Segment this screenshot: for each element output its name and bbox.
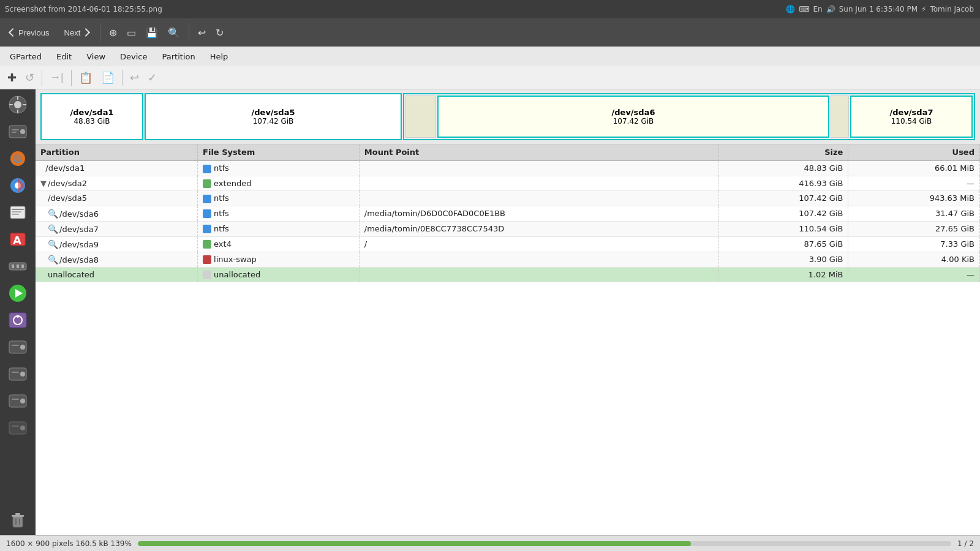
titlebar-text: Screenshot from 2014-06-01 18:25:55.png [5,5,162,13]
zoom-btn[interactable]: 🔍 [164,24,184,41]
partition-table: Partition File System Mount Point Size U… [36,144,980,535]
table-row[interactable]: 🔍/dev/sda8 linux-swap 3.90 GiB 4.00 KiB [36,252,980,267]
sidebar-disk5-icon[interactable] [5,415,31,441]
save-btn[interactable]: 💾 [142,24,162,41]
svg-point-33 [20,372,25,377]
tray-power-icon: ⚡ [921,5,926,13]
next-arrow-icon [81,28,90,37]
table-row-unallocated[interactable]: unallocated unallocated 1.02 MiB — [36,267,980,282]
row-fs: unallocated [198,267,360,282]
new-partition-btn[interactable]: ✚ [4,69,20,87]
row-partition: /dev/sda1 [36,160,198,176]
next-button[interactable]: Next [58,26,96,40]
fullscreen-btn[interactable]: ▭ [123,24,140,41]
row-fs: ntfs [198,160,360,176]
row-size: 107.42 GiB [718,206,848,221]
previous-button[interactable]: Previous [4,26,56,40]
sidebar-play-icon[interactable] [5,280,31,306]
row-fs: ntfs [198,221,360,236]
undo-partition-btn: ↺ [21,69,38,87]
previous-label: Previous [18,28,50,37]
sidebar-disk1-icon[interactable] [5,119,31,144]
menu-view[interactable]: View [79,50,113,64]
status-progress-bar-container [138,541,951,546]
table-row[interactable]: /dev/sda1 ntfs 48.83 GiB 66.01 MiB [36,160,980,176]
row-mount [359,267,718,282]
table-row[interactable]: 🔍/dev/sda6 ntfs /media/tomin/D6D0C0FAD0C… [36,206,980,221]
sda1-name: /dev/sda1 [70,108,114,117]
row-partition: 🔍/dev/sda9 [36,236,198,252]
status-progress-bar [138,541,691,546]
svg-point-7 [20,129,25,134]
partition-block-sda1[interactable]: /dev/sda1 48.83 GiB [40,93,143,140]
magnifier-icon: 🔍 [48,239,58,249]
sidebar-gimp-icon[interactable] [5,307,31,333]
col-filesystem: File System [198,144,360,160]
copy-btn[interactable]: ⊕ [105,24,121,41]
fs-icon [203,195,211,203]
navbar: Previous Next ⊕ ▭ 💾 🔍 ↩ ↻ [0,18,980,47]
paste-partition-btn: 📋 [75,69,96,87]
row-fs: linux-swap [198,252,360,267]
delete-partition-btn: 📄 [97,69,118,87]
col-partition: Partition [36,144,198,160]
magnifier-icon: 🔍 [48,224,58,234]
menu-partition[interactable]: Partition [155,50,203,64]
sda5-name: /dev/sda5 [252,108,295,117]
sidebar-files-icon[interactable] [5,200,31,225]
partition-block-sda7[interactable]: /dev/sda7 110.54 GiB [850,96,973,138]
sidebar-settings-icon[interactable] [5,92,31,118]
magnifier-icon: 🔍 [48,255,58,264]
sda5-size: 107.42 GiB [253,117,294,126]
svg-rect-37 [12,399,19,400]
sidebar-chrome-icon[interactable] [5,173,31,198]
row-partition: 🔍/dev/sda8 [36,252,198,267]
svg-rect-16 [12,211,21,212]
row-used: 943.63 MiB [848,191,980,206]
sidebar-firefox-icon[interactable] [5,146,31,171]
titlebar: Screenshot from 2014-06-01 18:25:55.png … [0,0,980,18]
svg-rect-5 [23,104,26,105]
row-fs: ntfs [198,206,360,221]
unalloc-before-sda6 [405,96,436,138]
row-mount: /media/tomin/0E8CC7738CC7543D [359,221,718,236]
partition-block-sda5[interactable]: /dev/sda5 107.42 GiB [145,93,402,140]
sidebar-disk3-icon[interactable] [5,361,31,387]
row-size: 416.93 GiB [718,176,848,191]
sidebar-tools-icon[interactable] [5,253,31,279]
row-mount [359,176,718,191]
table-row[interactable]: /dev/sda5 ntfs 107.42 GiB 943.63 MiB [36,191,980,206]
svg-rect-45 [19,519,20,525]
fs-icon [203,271,211,279]
refresh-btn[interactable]: ↻ [212,24,227,41]
undo-btn[interactable]: ↩ [194,24,209,41]
row-size: 107.42 GiB [718,191,848,206]
tray-lang-icon: En [813,5,823,13]
menu-edit[interactable]: Edit [49,50,79,64]
toolbar-sep-2 [71,70,72,86]
tray-network-icon: 🌐 [786,5,795,13]
table-row[interactable]: 🔍/dev/sda7 ntfs /media/tomin/0E8CC7738CC… [36,221,980,236]
sidebar-disk4-icon[interactable] [5,388,31,414]
sidebar-font-icon[interactable]: A [5,227,31,252]
sidebar-disk2-icon[interactable] [5,334,31,360]
menu-device[interactable]: Device [113,50,154,64]
col-mountpoint: Mount Point [359,144,718,160]
partition-visual: /dev/sda1 48.83 GiB /dev/sda5 107.42 GiB… [36,89,980,144]
svg-rect-22 [17,264,19,268]
partition-block-sda6[interactable]: /dev/sda6 107.42 GiB [437,96,829,138]
sidebar-trash-icon[interactable] [5,507,31,533]
menu-help[interactable]: Help [203,50,236,64]
row-partition: unallocated [36,267,198,282]
svg-rect-41 [13,516,23,527]
svg-rect-3 [17,110,18,113]
svg-rect-44 [15,519,17,525]
table-row[interactable]: 🔍/dev/sda9 ext4 / 87.65 GiB 7.33 GiB [36,236,980,252]
menu-gparted[interactable]: GParted [2,50,49,64]
undo-all-btn: ↩ [126,69,143,87]
table-row[interactable]: ▼/dev/sda2 extended 416.93 GiB — [36,176,980,191]
svg-point-28 [17,315,19,318]
row-partition: /dev/sda5 [36,191,198,206]
next-label: Next [64,28,81,37]
table-body: /dev/sda1 ntfs 48.83 GiB 66.01 MiB ▼/dev… [36,160,980,282]
